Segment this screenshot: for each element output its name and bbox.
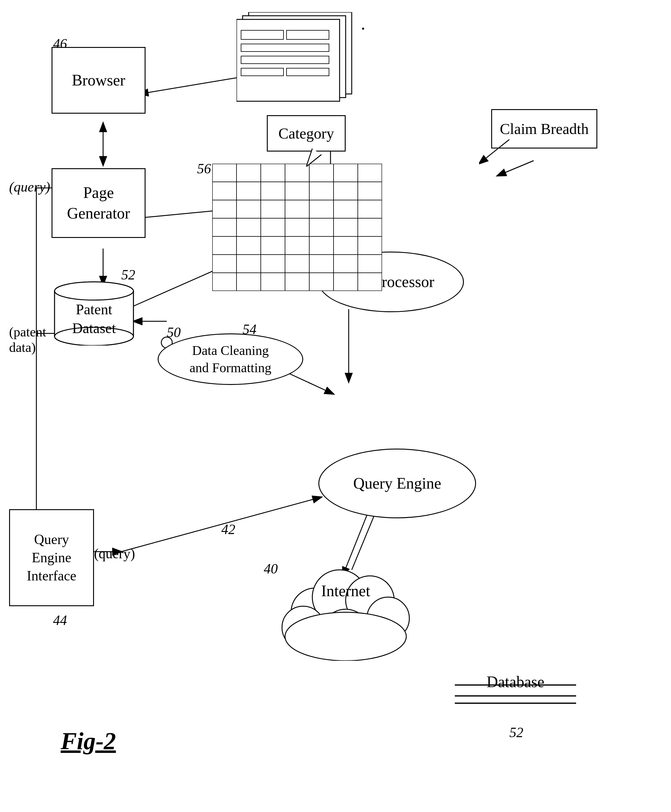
document-stack: · (237, 12, 370, 109)
data-cleaning-label: Data Cleaning and Formatting (189, 342, 271, 376)
page-generator-box: Page Generator (51, 168, 146, 238)
category-callout: Category (267, 115, 346, 151)
browser-label: Browser (72, 70, 125, 91)
svg-rect-59 (237, 19, 340, 101)
page-generator-label: Page Generator (67, 182, 130, 223)
svg-point-42 (285, 612, 406, 661)
patent-dataset-label: PatentDataset (51, 300, 136, 338)
browser-box: Browser (51, 47, 146, 114)
qei-label: Query Engine Interface (27, 530, 76, 585)
patent-data-label: (patentdata) (9, 324, 46, 355)
query-label-bottom: (query) (94, 545, 135, 562)
ref-52b: 52 (509, 724, 523, 741)
svg-rect-43 (212, 164, 382, 291)
ref-40: 40 (264, 561, 278, 577)
svg-line-22 (140, 76, 249, 94)
query-label-top: (query) (9, 179, 50, 195)
ref-56: 56 (197, 161, 211, 177)
database-label: Database (455, 673, 576, 691)
query-engine-label: Query Engine (353, 473, 441, 494)
fig-label: Fig-2 (61, 727, 116, 755)
claim-breadth-label: Claim Breadth (500, 120, 589, 138)
patent-dataset-container: PatentDataset (51, 279, 136, 345)
internet-cloud: Internet (273, 552, 419, 661)
internet-label: Internet (273, 582, 419, 600)
ref-50: 50 (167, 324, 181, 340)
data-cleaning-ellipse: Data Cleaning and Formatting (158, 333, 303, 385)
ref-44: 44 (53, 612, 67, 629)
svg-point-32 (54, 282, 133, 300)
query-engine-ellipse: Query Engine (318, 448, 476, 518)
ref-54: 54 (243, 321, 257, 337)
dots-indicator: · (361, 18, 367, 39)
database-container: Database (455, 673, 576, 704)
ref-42: 42 (221, 522, 235, 537)
grid-container (212, 164, 382, 291)
query-engine-interface-box: Query Engine Interface (9, 509, 94, 606)
svg-line-56 (479, 139, 509, 164)
category-label: Category (278, 124, 334, 142)
